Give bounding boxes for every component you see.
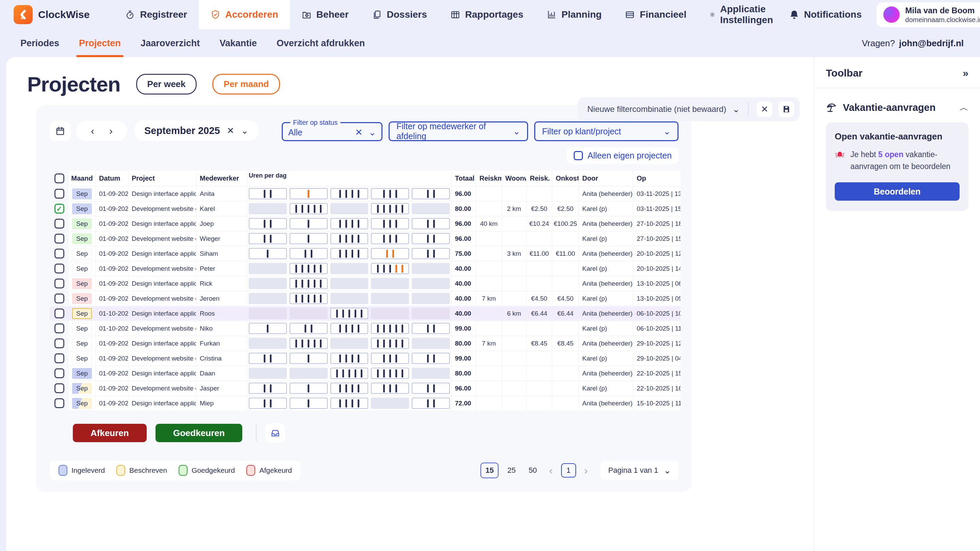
chevron-down-icon[interactable]: ⌄	[241, 125, 248, 136]
next-page-button[interactable]: ›	[584, 464, 588, 477]
brand[interactable]: ClockWise	[14, 0, 89, 29]
hour-tick	[345, 384, 347, 392]
employee-filter[interactable]: Filter op medewerker of afdeling ⌄	[388, 121, 528, 141]
clear-month-icon[interactable]: ✕	[227, 125, 234, 136]
divider	[256, 424, 256, 441]
legend-item-goedgekeurd: Goedgekeurd	[179, 465, 235, 476]
review-button[interactable]: Beoordelen	[835, 182, 959, 201]
page-info[interactable]: Pagina 1 van 1 ⌄	[601, 461, 679, 480]
per-week-button[interactable]: Per week	[136, 74, 197, 95]
row-checkbox-cell	[50, 351, 69, 365]
nav-item-planning[interactable]: Planning	[535, 0, 613, 29]
month-selector[interactable]: September 2025 ✕ ⌄	[134, 120, 259, 141]
help-link[interactable]: Vragen? john@bedrijf.nl	[862, 38, 964, 49]
chevron-down-icon[interactable]: ⌄	[732, 104, 740, 114]
select-all-checkbox[interactable]	[54, 173, 64, 183]
month-badge: Sep	[72, 308, 92, 319]
month-badge: Sep	[72, 263, 92, 274]
current-page-button[interactable]: 1	[561, 463, 576, 478]
toolbar-title: Toolbar	[826, 67, 862, 79]
hour-tick	[308, 399, 309, 408]
week-cell-empty	[249, 293, 287, 304]
clear-status-icon[interactable]: ✕	[355, 127, 363, 138]
chevron-up-icon[interactable]: ︿	[959, 102, 969, 114]
row-checkbox[interactable]	[54, 338, 64, 348]
tab-vakantie[interactable]: Vakantie	[220, 29, 257, 57]
week-cell	[412, 218, 450, 229]
hour-tick	[264, 190, 266, 198]
prev-page-button[interactable]: ‹	[549, 464, 553, 477]
hour-tick	[433, 250, 435, 258]
cell-reiskm	[476, 366, 501, 380]
page-size-25[interactable]: 25	[503, 463, 520, 478]
chevron-down-icon[interactable]: ⌄	[369, 127, 376, 138]
row-checkbox[interactable]	[54, 219, 64, 229]
client-filter[interactable]: Filter op klant/project ⌄	[534, 121, 679, 141]
week-cell	[371, 248, 409, 259]
table-row: Sep01-09-2025Design interface applicatie…	[50, 217, 679, 230]
cell-door: Karel (p)	[579, 292, 633, 305]
row-checkbox[interactable]	[54, 324, 64, 333]
row-checkbox[interactable]	[54, 294, 64, 303]
cell-door: Karel (p)	[579, 232, 633, 246]
cell-op: 29-10-2025 | 04:55	[633, 351, 681, 365]
nav-item-beheer[interactable]: Beheer	[290, 0, 360, 29]
row-checkbox[interactable]	[54, 368, 64, 378]
reject-button[interactable]: Afkeuren	[73, 424, 147, 442]
cell-reiskm: 40 km	[476, 217, 501, 230]
per-maand-button[interactable]: Per maand	[212, 74, 280, 95]
nav-item-accorderen[interactable]: Accorderen	[199, 0, 290, 29]
row-checkbox[interactable]	[54, 264, 64, 273]
row-checkbox[interactable]	[54, 383, 64, 393]
nav-item-applicatie-instellingen[interactable]: Applicatie Instellingen	[698, 0, 789, 29]
save-filter-button[interactable]	[778, 102, 794, 117]
row-checkbox[interactable]	[54, 353, 64, 363]
calendar-button[interactable]	[50, 121, 71, 141]
row-checkbox[interactable]	[54, 398, 64, 408]
hour-tick	[270, 384, 272, 392]
approve-button[interactable]: Goedkeuren	[156, 424, 243, 442]
page-size-15[interactable]: 15	[480, 462, 498, 478]
cell-uren-per-dag	[247, 366, 451, 380]
prev-month-button[interactable]: ‹	[91, 125, 94, 137]
notifications-button[interactable]: Notifications	[789, 9, 862, 20]
hour-tick	[264, 354, 266, 362]
status-filter[interactable]: Filter op status Alle ✕ ⌄	[282, 119, 382, 141]
row-checkbox[interactable]	[54, 233, 64, 243]
hour-tick	[308, 295, 309, 303]
hour-tick	[383, 235, 385, 243]
row-checkbox[interactable]	[54, 279, 64, 288]
cell-datum: 01-09-2025	[95, 217, 128, 230]
filter-combo-label[interactable]: Nieuwe filtercombinatie (niet bewaard)	[587, 105, 726, 114]
own-projects-toggle[interactable]: Alleen eigen projecten	[567, 147, 679, 164]
vacation-section-header[interactable]: Vakantie-aanvragen ︿	[826, 102, 969, 114]
page-size-50[interactable]: 50	[524, 463, 541, 478]
tab-overzicht-afdrukken[interactable]: Overzicht afdrukken	[277, 29, 365, 57]
stopwatch-icon	[125, 10, 135, 20]
row-checkbox[interactable]	[54, 249, 64, 259]
table-row: Sep01-09-2025Design interface applicatie…	[50, 246, 679, 260]
week-cell-empty	[331, 263, 369, 274]
cell-datum: 01-09-2025	[95, 262, 128, 275]
cell-datum: 01-09-2025	[95, 396, 128, 410]
archive-button[interactable]	[266, 423, 285, 443]
table-row: Sep01-09-2025Design interface applicatie…	[50, 337, 679, 350]
collapse-sidebar-icon[interactable]: »	[963, 67, 969, 79]
clear-filter-button[interactable]: ✕	[757, 102, 772, 117]
tab-projecten[interactable]: Projecten	[79, 29, 121, 57]
row-checkbox[interactable]	[54, 308, 64, 318]
nav-item-label: Planning	[562, 9, 601, 20]
nav-item-dossiers[interactable]: Dossiers	[360, 0, 439, 29]
own-projects-checkbox[interactable]	[574, 151, 583, 160]
tab-periodes[interactable]: Periodes	[21, 29, 59, 57]
nav-item-financieel[interactable]: Financieel	[613, 0, 698, 29]
nav-item-registreer[interactable]: Registreer	[113, 0, 199, 29]
row-checkbox[interactable]	[54, 189, 64, 198]
nav-item-rapportages[interactable]: Rapportages	[439, 0, 535, 29]
row-checkbox[interactable]: ✓	[54, 204, 64, 214]
next-month-button[interactable]: ›	[109, 125, 113, 137]
tab-jaaroverzicht[interactable]: Jaaroverzicht	[140, 29, 200, 57]
hour-tick	[383, 190, 385, 198]
week-cell-empty	[331, 293, 369, 304]
user-menu[interactable]: Mila van de Boom domeinnaam.clockwise.in…	[877, 2, 980, 27]
